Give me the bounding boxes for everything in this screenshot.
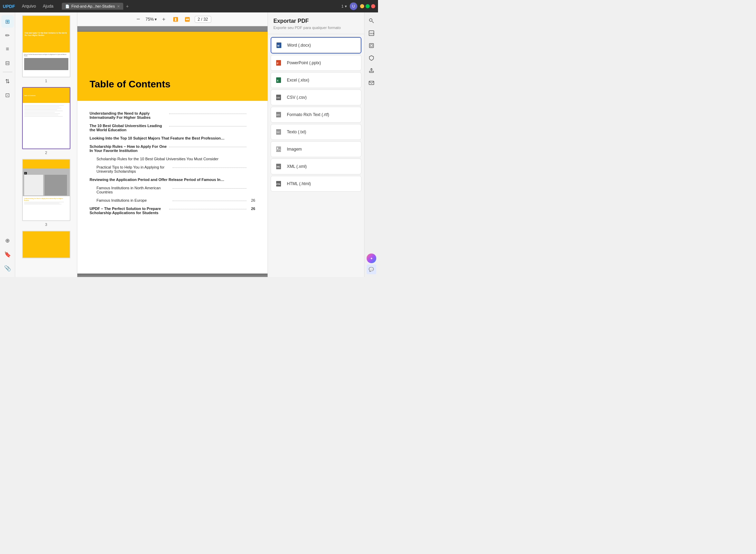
share-button[interactable] — [366, 65, 377, 76]
toc-entry-1: The 10 Best Global Universities Leading … — [90, 122, 255, 134]
toc-dots-7 — [173, 188, 246, 189]
menu-ajuda[interactable]: Ajuda — [40, 3, 56, 9]
ocr-button[interactable]: OCR — [366, 28, 377, 39]
maximize-button[interactable] — [366, 4, 370, 8]
export-header: Exportar PDF Exporte seu PDF para qualqu… — [268, 12, 364, 34]
svg-rect-24 — [369, 71, 374, 73]
titlebar: UPDF Arquivo Ajuda 📄 Find-and-Ap...her-S… — [0, 0, 378, 12]
svg-point-18 — [369, 19, 372, 21]
export-format-list: W Word (.docx) P PowerPoint (.pptx) X Ex… — [268, 34, 364, 277]
export-image[interactable]: Imagem — [271, 141, 361, 157]
sidebar-bottom: ⊕ 🔖 📎 — [1, 234, 14, 277]
tab-bar: 📄 Find-and-Ap...her-Studies ✕ + — [62, 3, 339, 10]
zoom-level-display: 75% ▾ — [145, 17, 156, 22]
page-nav-current: 1 — [341, 4, 343, 8]
thumb-img-1: Find and Apply For the Best Institutes I… — [22, 15, 70, 77]
thumb-img-2: Table of Contents — [22, 87, 70, 149]
thumbnail-page-2[interactable]: Table of Contents 2 — [18, 87, 74, 155]
ai-assistant-button[interactable]: ✦ — [367, 254, 376, 263]
sidebar-ocr[interactable]: ⊡ — [1, 89, 14, 101]
sidebar-thumbnail-view[interactable]: ⊞ — [1, 15, 14, 28]
pdf-page-body: Understanding the Need to Apply Internat… — [77, 101, 268, 225]
svg-rect-12 — [276, 146, 281, 152]
search-tool-button[interactable] — [366, 15, 377, 26]
svg-text:HTML: HTML — [276, 183, 281, 185]
export-rtf[interactable]: RTF Formato Rich Text (.rtf) — [271, 107, 361, 123]
titlebar-right: 1 ▾ U — [341, 2, 375, 10]
thumb-p3-body: Understanding the Need to Apply Internat… — [23, 196, 70, 220]
export-txt[interactable]: TXT Texto (.txt) — [271, 124, 361, 140]
zoom-dropdown-icon[interactable]: ▾ — [155, 17, 157, 22]
svg-text:W: W — [277, 45, 280, 47]
left-sidebar: ⊞ ✏ ≡ ⊟ ⇅ ⊡ ⊕ 🔖 📎 — [0, 12, 15, 277]
thumbnail-page-3[interactable]: 01 Understanding the Need to Apply Inter… — [18, 159, 74, 227]
toc-dots-5 — [173, 168, 246, 168]
user-avatar[interactable]: U — [350, 2, 357, 10]
sidebar-form[interactable]: ≡ — [1, 43, 14, 55]
sidebar-layers[interactable]: ⊕ — [1, 234, 14, 247]
page-current-display: 2 / 32 — [198, 17, 208, 22]
right-sidebar-bottom: ✦ 💬 — [367, 254, 376, 277]
image-icon — [275, 145, 283, 153]
toc-entry-2: Looking Into the Top 10 Subject Majors T… — [90, 134, 255, 142]
thumb-p2-title: Table of Contents — [24, 95, 36, 96]
thumbnail-panel: Find and Apply For the Best Institutes I… — [15, 12, 77, 277]
export-excel[interactable]: X Excel (.xlsx) — [271, 72, 361, 88]
csv-icon: CSV — [275, 93, 283, 102]
export-title: Exportar PDF — [273, 18, 359, 24]
chat-button[interactable]: 💬 — [367, 265, 376, 274]
thumbnail-page-4[interactable] — [18, 231, 74, 258]
thumb-label-3: 3 — [45, 222, 47, 227]
zoom-in-button[interactable]: + — [159, 15, 168, 24]
pdf-page: Table of Contents Understanding the Need… — [77, 32, 268, 274]
toc-text-6: Reviewing the Application Period and Off… — [90, 178, 249, 182]
export-word[interactable]: W Word (.docx) — [271, 37, 361, 54]
toc-entry-0: Understanding the Need to Apply Internat… — [90, 109, 255, 122]
scan-button[interactable] — [366, 40, 377, 51]
first-page-button[interactable]: ⏫ — [171, 15, 180, 24]
export-html[interactable]: HTML HTML (.html) — [271, 176, 361, 192]
toc-entry-7: Famous Institutions in North American Co… — [90, 184, 255, 196]
sidebar-reader[interactable]: ⊟ — [1, 57, 14, 69]
new-tab-button[interactable]: + — [125, 3, 130, 9]
toc-text-4: Scholarship Rules for the 10 Best Global… — [97, 157, 249, 161]
toc-dots-8 — [173, 201, 246, 201]
toc-text-8: Famous Institutions in Europe — [97, 198, 171, 202]
pdf-page-header: Table of Contents — [77, 32, 268, 101]
svg-text:TXT: TXT — [277, 131, 280, 133]
export-csv[interactable]: CSV CSV (.csv) — [271, 89, 361, 105]
sidebar-bookmark[interactable]: 🔖 — [1, 248, 14, 260]
zoom-out-button[interactable]: − — [134, 15, 143, 24]
toc-page-8: 26 — [249, 198, 255, 202]
thumb-label-2: 2 — [45, 151, 47, 155]
menu-arquivo[interactable]: Arquivo — [19, 3, 39, 9]
ppt-icon: P — [275, 59, 283, 67]
close-button[interactable] — [371, 4, 375, 8]
sidebar-convert[interactable]: ⇅ — [1, 75, 14, 87]
sidebar-attachment[interactable]: 📎 — [1, 262, 14, 274]
tab-main[interactable]: 📄 Find-and-Ap...her-Studies ✕ — [62, 3, 123, 10]
page-nav-sep: ▾ — [345, 4, 347, 9]
rtf-icon: RTF — [275, 111, 283, 119]
export-csv-label: CSV (.csv) — [287, 95, 307, 100]
security-button[interactable] — [366, 52, 377, 64]
sidebar-edit[interactable]: ✏ — [1, 29, 14, 41]
thumbnail-page-1[interactable]: Find and Apply For the Best Institutes I… — [18, 15, 74, 83]
email-button[interactable] — [366, 77, 377, 88]
export-word-label: Word (.docx) — [287, 43, 311, 48]
export-xml[interactable]: XML XML (.xml) — [271, 159, 361, 174]
prev-page-button[interactable]: ⏪ — [183, 15, 192, 24]
toc-text-3: Scholarship Rules – How to Apply For One… — [90, 144, 167, 153]
export-subtitle: Exporte seu PDF para qualquer formato — [273, 26, 359, 30]
export-powerpoint[interactable]: P PowerPoint (.pptx) — [271, 55, 361, 71]
svg-text:RTF: RTF — [277, 114, 280, 116]
page-indicator: 2 / 32 — [195, 16, 211, 23]
tab-pdf-icon: 📄 — [65, 4, 69, 8]
minimize-button[interactable] — [360, 4, 364, 8]
tab-close-button[interactable]: ✕ — [117, 4, 120, 8]
txt-icon: TXT — [275, 128, 283, 136]
export-panel: Exportar PDF Exporte seu PDF para qualqu… — [268, 12, 364, 277]
toc-entry-5: Practical Tips to Help You in Applying f… — [90, 163, 255, 175]
app-logo: UPDF — [3, 4, 15, 9]
toc-page-9: 26 — [249, 207, 255, 211]
